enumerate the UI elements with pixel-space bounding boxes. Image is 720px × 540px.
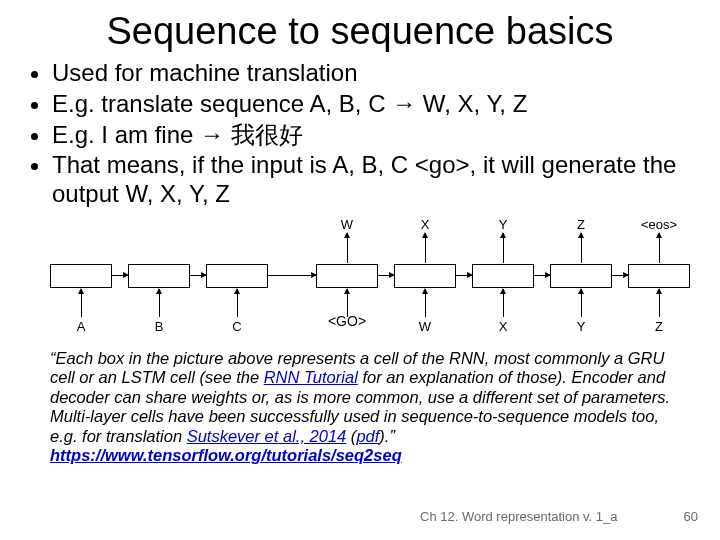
input-label: W (399, 319, 451, 334)
arrow-right-icon (190, 275, 206, 276)
arrow-right-icon (456, 275, 472, 276)
arrow-up-icon (159, 289, 160, 317)
arrow-up-icon (503, 233, 504, 263)
input-label: C (211, 319, 263, 334)
output-label: Y (477, 217, 529, 232)
arrow-up-icon (81, 289, 82, 317)
seq2seq-diagram: A B C <GO> W X Y Z W X Y Z <eos> (40, 215, 680, 345)
output-label: X (399, 217, 451, 232)
arrow-up-icon (581, 289, 582, 317)
arrow-right-icon (378, 275, 394, 276)
input-label: B (133, 319, 185, 334)
footer-page-number: 60 (684, 509, 698, 524)
slide: Sequence to sequence basics Used for mac… (0, 0, 720, 540)
input-label: A (55, 319, 107, 334)
arrow-up-icon (659, 233, 660, 263)
arrow-right-icon (268, 275, 316, 276)
arrow-up-icon (425, 233, 426, 263)
output-label: <eos> (633, 217, 685, 232)
input-label: Y (555, 319, 607, 334)
arrow-right-icon (112, 275, 128, 276)
rnn-cell (128, 264, 190, 288)
rnn-cell (472, 264, 534, 288)
quote-block: “Each box in the picture above represent… (50, 349, 674, 466)
rnn-cell (394, 264, 456, 288)
rnn-cell (550, 264, 612, 288)
rnn-cell (50, 264, 112, 288)
rnn-cell (628, 264, 690, 288)
slide-title: Sequence to sequence basics (28, 10, 692, 53)
bullet-item: Used for machine translation (52, 59, 692, 88)
quote-text: ( (346, 427, 356, 445)
sutskever-link[interactable]: Sutskever et al., 2014 (187, 427, 347, 445)
arrow-right-icon (612, 275, 628, 276)
bullet-item: E.g. translate sequence A, B, C → W, X, … (52, 90, 692, 119)
quote-text: ).” (379, 427, 395, 445)
footer-chapter: Ch 12. Word representation v. 1_a (420, 509, 618, 524)
arrow-right-icon (534, 275, 550, 276)
output-label: W (321, 217, 373, 232)
output-label: Z (555, 217, 607, 232)
arrow-up-icon (581, 233, 582, 263)
rnn-tutorial-link[interactable]: RNN Tutorial (264, 368, 358, 386)
arrow-up-icon (503, 289, 504, 317)
arrow-up-icon (425, 289, 426, 317)
input-label: X (477, 319, 529, 334)
arrow-up-icon (347, 233, 348, 263)
input-label: Z (633, 319, 685, 334)
source-link[interactable]: https://www.tensorflow.org/tutorials/seq… (50, 446, 402, 464)
pdf-link[interactable]: pdf (356, 427, 379, 445)
rnn-cell (316, 264, 378, 288)
rnn-cell (206, 264, 268, 288)
arrow-up-icon (237, 289, 238, 317)
bullet-item: That means, if the input is A, B, C <go>… (52, 151, 692, 209)
bullet-item: E.g. I am fine → 我很好 (52, 121, 692, 150)
arrow-up-icon (659, 289, 660, 317)
input-label: <GO> (321, 313, 373, 329)
bullet-list: Used for machine translation E.g. transl… (28, 59, 692, 209)
